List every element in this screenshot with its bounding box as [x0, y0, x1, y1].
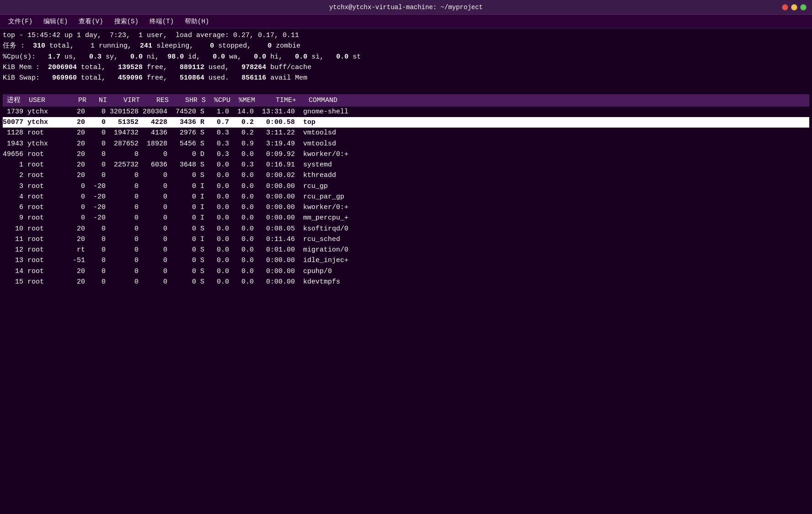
- process-row-12: 11 root 20 0 0 0 0 I 0.0 0.0 0:11.46 rcu…: [3, 234, 809, 245]
- menu-item[interactable]: 查看(V): [74, 16, 107, 27]
- window-controls: [782, 4, 807, 11]
- menu-item[interactable]: 文件(F): [4, 16, 37, 27]
- process-row-15: 14 root 20 0 0 0 0 S 0.0 0.0 0:00.00 cpu…: [3, 266, 809, 277]
- process-row-0: 1739 ytchx 20 0 3201528 280304 74520 S 1…: [3, 107, 809, 117]
- menu-item[interactable]: 帮助(H): [180, 16, 214, 27]
- menubar: 文件(F)编辑(E)查看(V)搜索(S)终端(T)帮助(H): [0, 15, 812, 28]
- table-header: 进程 USER PR NI VIRT RES SHR S %CPU %MEM T…: [3, 94, 809, 107]
- menu-item[interactable]: 搜索(S): [110, 16, 143, 27]
- terminal: top - 15:45:42 up 1 day, 7:23, 1 user, l…: [0, 28, 812, 289]
- status-line-3: KiB Mem : 2006904 total, 139528 free, 88…: [3, 62, 809, 73]
- titlebar-title: ytchx@ytchx-virtual-machine: ~/myproject: [329, 4, 483, 11]
- process-row-3: 1943 ytchx 20 0 287652 18928 5456 S 0.3 …: [3, 139, 809, 149]
- process-row-14: 13 root -51 0 0 0 0 S 0.0 0.0 0:00.00 id…: [3, 255, 809, 266]
- maximize-button[interactable]: [800, 4, 807, 11]
- process-row-5: 1 root 20 0 225732 6036 3648 S 0.0 0.3 0…: [3, 160, 809, 170]
- process-row-2: 1128 root 20 0 194732 4136 2976 S 0.3 0.…: [3, 128, 809, 138]
- status-line-1: 任务 : 310 total, 1 running, 241 sleeping,…: [3, 41, 809, 51]
- process-row-11: 10 root 20 0 0 0 0 S 0.0 0.0 0:08.05 kso…: [3, 224, 809, 234]
- process-rows: 1739 ytchx 20 0 3201528 280304 74520 S 1…: [3, 107, 809, 287]
- process-row-1: 50077 ytchx 20 0 51352 4228 3436 R 0.7 0…: [3, 117, 809, 128]
- status-lines: top - 15:45:42 up 1 day, 7:23, 1 user, l…: [3, 30, 809, 83]
- status-line-2: %Cpu(s): 1.7 us, 0.3 sy, 0.0 ni, 98.0 id…: [3, 52, 809, 62]
- minimize-button[interactable]: [791, 4, 797, 11]
- process-row-4: 49656 root 20 0 0 0 0 D 0.3 0.0 0:09.92 …: [3, 149, 809, 160]
- process-row-6: 2 root 20 0 0 0 0 S 0.0 0.0 0:00.02 kthr…: [3, 170, 809, 181]
- empty-line: [3, 83, 809, 94]
- status-line-4: KiB Swap: 969960 total, 459096 free, 510…: [3, 73, 809, 83]
- menu-item[interactable]: 终端(T): [145, 16, 178, 27]
- process-row-8: 4 root 0 -20 0 0 0 I 0.0 0.0 0:00.00 rcu…: [3, 192, 809, 202]
- close-button[interactable]: [782, 4, 788, 11]
- status-line-0: top - 15:45:42 up 1 day, 7:23, 1 user, l…: [3, 30, 809, 41]
- process-row-13: 12 root rt 0 0 0 0 S 0.0 0.0 0:01.00 mig…: [3, 245, 809, 255]
- process-row-7: 3 root 0 -20 0 0 0 I 0.0 0.0 0:00.00 rcu…: [3, 181, 809, 192]
- process-row-16: 15 root 20 0 0 0 0 S 0.0 0.0 0:00.00 kde…: [3, 277, 809, 287]
- menu-item[interactable]: 编辑(E): [39, 16, 72, 27]
- process-row-9: 6 root 0 -20 0 0 0 I 0.0 0.0 0:00.00 kwo…: [3, 202, 809, 213]
- titlebar: ytchx@ytchx-virtual-machine: ~/myproject: [0, 0, 812, 15]
- process-row-10: 9 root 0 -20 0 0 0 I 0.0 0.0 0:00.00 mm_…: [3, 213, 809, 223]
